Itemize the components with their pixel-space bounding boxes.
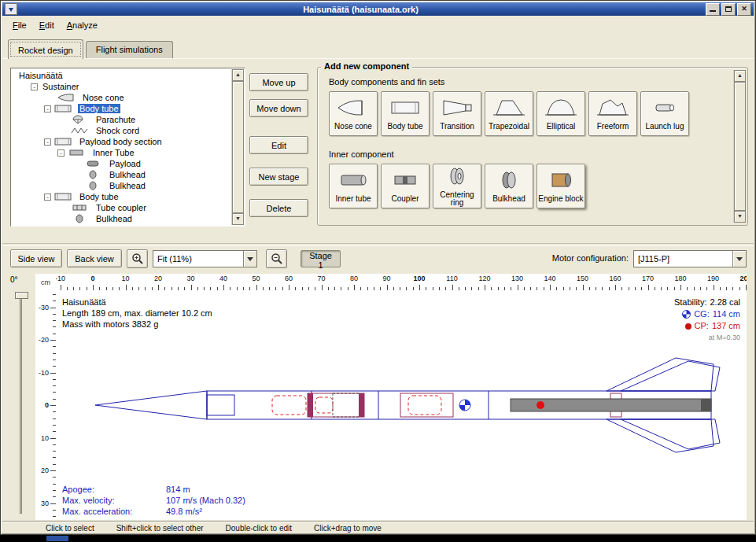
zoom-level-select[interactable]: Fit (11%) (153, 250, 257, 267)
scrollbar-thumb[interactable] (734, 82, 746, 211)
add-elliptical-button[interactable]: Elliptical (537, 91, 585, 136)
scroll-up-button[interactable]: ▲ (232, 69, 244, 81)
fin-upper-back[interactable] (621, 361, 720, 391)
tree-expander-icon[interactable]: - (31, 83, 38, 90)
payload-shape[interactable] (315, 397, 333, 413)
add-coupler-button[interactable]: Coupler (381, 164, 430, 208)
side-view-button[interactable]: Side view (10, 249, 62, 267)
zoom-out-button[interactable] (266, 249, 287, 268)
zoom-in-button[interactable] (127, 249, 148, 268)
tree-vertical-scrollbar[interactable]: ▲ ▼ (231, 69, 244, 225)
tree-item-inner-tube[interactable]: -Inner Tube (13, 147, 231, 158)
inner-tube-icon (336, 170, 371, 194)
scroll-up-button[interactable]: ▲ (734, 70, 746, 82)
tree-item-bulkhead[interactable]: Bulkhead (13, 213, 231, 224)
edit-button[interactable]: Edit (249, 136, 308, 154)
menu-file[interactable]: File (7, 19, 32, 31)
ruler-label: -10 (56, 275, 65, 282)
vertical-ruler[interactable]: -30-20-100102030 (35, 290, 56, 520)
stat-row: Apogee:814 m (62, 484, 245, 495)
tree-item-body-tube[interactable]: -Body tube (13, 103, 231, 114)
add-bulkhead-button[interactable]: Bulkhead (485, 164, 533, 208)
ruler-label: -30 (39, 304, 49, 312)
scroll-down-button[interactable]: ▼ (232, 213, 244, 225)
magnifier-minus-icon (271, 253, 283, 265)
add-engine-block-button[interactable]: Engine block (537, 164, 585, 208)
tree-item-sustainer[interactable]: -Sustainer (13, 81, 231, 92)
add-launch-lug-button[interactable]: Launch lug (640, 91, 689, 136)
bulkhead-front-shape[interactable] (308, 393, 313, 417)
add-transition-button[interactable]: Transition (433, 91, 481, 136)
body-components-label: Body components and fin sets (329, 77, 444, 87)
add-body-tube-button[interactable]: Body tube (381, 91, 430, 136)
tree-item-payload-body-section[interactable]: -Payload body section (13, 136, 231, 147)
body-tube-icon (54, 192, 75, 201)
horizontal-ruler[interactable]: -100102030405060708090100110120130140150… (56, 274, 747, 290)
ruler-tick (50, 373, 56, 374)
delete-button[interactable]: Delete (249, 199, 308, 217)
maximize-button[interactable] (721, 3, 736, 16)
inner-tube-dashed-shape[interactable] (333, 393, 360, 417)
tree-expander-icon[interactable]: - (44, 105, 51, 112)
component-panel-scrollbar[interactable]: ▲ ▼ (733, 70, 746, 223)
tree-item-tube-coupler[interactable]: Tube coupler (13, 202, 231, 213)
tree-item-bulkhead[interactable]: Bulkhead (13, 169, 231, 180)
fin-lower-back[interactable] (621, 419, 720, 449)
motor-configuration-select[interactable]: [J115-P] (633, 250, 747, 267)
ruler-label: 110 (446, 275, 457, 282)
new-stage-button[interactable]: New stage (249, 168, 308, 186)
menu-analyze[interactable]: Analyze (61, 19, 103, 31)
move-up-button[interactable]: Move up (249, 73, 308, 91)
window-icon[interactable] (5, 3, 17, 15)
parachute2-shape[interactable] (408, 396, 441, 415)
flight-stats: Apogee:814 m Max. velocity:107 m/s (Mach… (62, 484, 245, 517)
stage-1-toggle[interactable]: Stage 1 (301, 250, 341, 267)
payload-inner-tube-shape[interactable] (308, 393, 364, 417)
rotation-slider[interactable] (15, 292, 27, 514)
app-logo-icon (9, 8, 13, 14)
taskbar-item[interactable] (46, 536, 68, 541)
ruler-unit-label: cm (35, 274, 56, 290)
split-divider[interactable] (2, 243, 754, 246)
add-freeform-button[interactable]: Freeform (588, 91, 637, 136)
tab-flight-simulations[interactable]: Flight simulations (86, 41, 173, 58)
close-button[interactable]: ✕ (737, 3, 751, 16)
scrollbar-thumb[interactable] (232, 81, 244, 213)
tree-expander-icon[interactable]: - (44, 194, 51, 201)
rotation-slider-handle[interactable] (15, 292, 28, 299)
bulkhead-back-shape[interactable] (359, 393, 364, 417)
tree-item-parachute[interactable]: Parachute (13, 114, 231, 125)
add-trapezoidal-button[interactable]: Trapezoidal (485, 91, 533, 136)
add-centering-ring-button[interactable]: Centering ring (433, 164, 481, 208)
scroll-down-button[interactable]: ▼ (734, 211, 746, 223)
tree-expander-icon[interactable]: - (57, 149, 65, 157)
menu-edit[interactable]: Edit (34, 19, 60, 31)
back-view-button[interactable]: Back view (67, 249, 122, 267)
tree-item-bulkhead[interactable]: Bulkhead (13, 180, 231, 191)
component-button-label: Trapezoidal (489, 123, 529, 131)
add-inner-tube-button[interactable]: Inner tube (329, 164, 378, 208)
minimize-button[interactable] (706, 3, 720, 16)
tab-rocket-design[interactable]: Rocket design (8, 39, 83, 59)
parachute-shape[interactable] (272, 396, 306, 415)
rocket-dimensions: Length 189 cm, max. diameter 10.2 cm (62, 308, 212, 319)
nose-cone-icon (57, 93, 78, 102)
tree-item-label: Haisunäätä (17, 71, 65, 80)
component-button-label: Body tube (387, 123, 422, 131)
ruler-label: 90 (382, 275, 390, 282)
add-nose-cone-button[interactable]: Nose cone (329, 91, 378, 136)
tree-item-payload[interactable]: Payload (13, 158, 231, 169)
tree-item-shock-cord[interactable]: Shock cord (13, 125, 231, 136)
ruler-tick (256, 285, 257, 290)
move-down-button[interactable]: Move down (249, 99, 308, 117)
ruler-tick (50, 308, 56, 308)
nose-cone-shape[interactable] (95, 391, 207, 419)
tree-item-body-tube[interactable]: -Body tube (13, 191, 231, 202)
tree-item-nose-cone[interactable]: Nose cone (13, 92, 231, 103)
rocket-view-canvas[interactable]: Haisunäätä Length 189 cm, max. diameter … (56, 290, 747, 520)
title-bar[interactable]: Haisunäätä (haisunaata.ork) ✕ (2, 2, 754, 16)
tree-expander-icon[interactable]: - (44, 138, 51, 146)
tree-item-haisun-t[interactable]: Haisunäätä (13, 70, 231, 81)
ruler-label: 80 (350, 275, 358, 282)
hint-click-drag: Click+drag to move (314, 524, 382, 533)
